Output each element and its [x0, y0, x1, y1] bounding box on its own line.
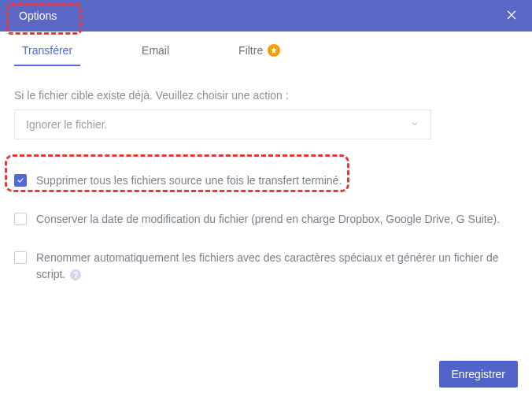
- tab-email[interactable]: Email: [131, 36, 180, 66]
- option-delete-source: Supprimer tous les fichiers source une f…: [14, 171, 518, 191]
- option-rename-special: Renommer automatiquement les fichiers av…: [14, 248, 518, 284]
- star-icon: [268, 44, 280, 57]
- checkbox-keep-mod-date[interactable]: [14, 213, 27, 225]
- existing-file-label: Si le fichier cible existe déjà. Veuille…: [14, 89, 518, 102]
- option-delete-source-label: Supprimer tous les fichiers source une f…: [36, 173, 342, 189]
- option-rename-special-label: Renommer automatiquement les fichiers av…: [36, 250, 518, 283]
- checkbox-delete-source[interactable]: [14, 174, 27, 187]
- tab-filter-label: Filtre: [238, 44, 263, 57]
- dropdown-value: Ignorer le fichier.: [26, 118, 108, 131]
- tab-transfer[interactable]: Transférer: [11, 36, 83, 66]
- dialog-title: Options: [19, 9, 57, 22]
- tab-filter[interactable]: Filtre: [227, 36, 291, 66]
- dialog-footer: Enregistrer: [439, 361, 518, 388]
- tab-email-label: Email: [142, 44, 169, 57]
- close-icon[interactable]: [502, 6, 521, 27]
- save-button[interactable]: Enregistrer: [439, 361, 518, 388]
- chevron-down-icon: [410, 118, 419, 131]
- tab-transfer-label: Transférer: [22, 44, 72, 57]
- checkbox-rename-special[interactable]: [14, 251, 27, 264]
- dialog-header: Options: [0, 0, 532, 32]
- option-keep-mod-date-label: Conserver la date de modification du fic…: [36, 211, 500, 228]
- tab-bar: Transférer Email Filtre: [0, 36, 532, 67]
- help-icon[interactable]: ?: [70, 269, 81, 280]
- content-area: Si le fichier cible existe déjà. Veuille…: [0, 67, 532, 284]
- option-keep-mod-date: Conserver la date de modification du fic…: [14, 210, 518, 229]
- existing-file-dropdown[interactable]: Ignorer le fichier.: [14, 109, 431, 139]
